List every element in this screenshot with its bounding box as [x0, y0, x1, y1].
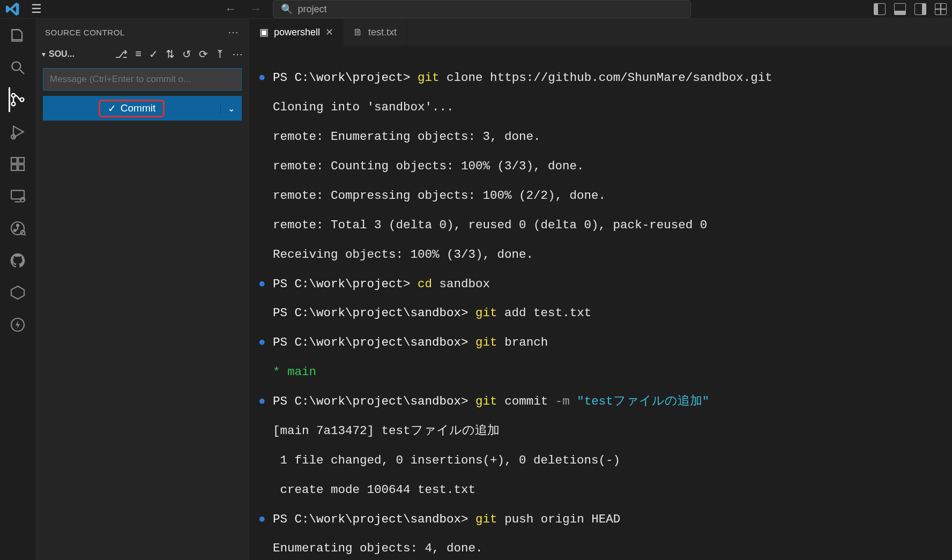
check-icon[interactable]: ✓: [149, 48, 158, 61]
text-file-icon: 🗎: [353, 27, 363, 38]
customize-layout-icon[interactable]: [935, 3, 947, 15]
terminal-file-icon: ▣: [259, 26, 269, 38]
repo-label[interactable]: SOU...: [49, 49, 75, 59]
more-icon[interactable]: ⋯: [232, 48, 243, 61]
chevron-down-icon[interactable]: ▾: [42, 50, 46, 58]
extensions-icon[interactable]: [9, 155, 27, 173]
list-tree-icon[interactable]: ≡: [135, 48, 142, 61]
toggle-panel-icon[interactable]: [894, 3, 906, 15]
stage-icon[interactable]: ⤒: [215, 48, 225, 61]
tab-label: powershell: [274, 27, 320, 38]
svg-point-0: [12, 62, 20, 70]
history-icon[interactable]: ↺: [182, 48, 191, 61]
svg-line-17: [24, 234, 26, 236]
check-icon: ✓: [108, 102, 116, 115]
svg-line-1: [20, 70, 24, 74]
toggle-secondary-sidebar-icon[interactable]: [914, 3, 926, 15]
explorer-icon[interactable]: [9, 26, 27, 44]
source-control-panel: SOURCE CONTROL ⋯ ▾ SOU... ⎇ ≡ ✓ ⇅ ↺ ⟳ ⤒ …: [35, 19, 250, 560]
panel-more-icon[interactable]: ⋯: [228, 26, 240, 39]
git-graph-icon[interactable]: [9, 219, 27, 237]
tab-test-txt[interactable]: 🗎 test.txt: [344, 19, 407, 46]
pull-request-icon[interactable]: ⇅: [166, 48, 175, 61]
svg-point-2: [12, 94, 16, 98]
nav-forward-icon[interactable]: →: [250, 2, 262, 16]
vscode-logo-icon: [5, 2, 20, 17]
app-menu-button[interactable]: ☰: [31, 2, 42, 16]
svg-rect-9: [11, 165, 17, 170]
search-icon: 🔍: [281, 3, 293, 15]
thunder-icon[interactable]: [9, 316, 27, 334]
hexagon-icon[interactable]: [9, 283, 27, 302]
title-bar: ☰ ← → 🔍 project: [0, 0, 952, 19]
tab-powershell[interactable]: ▣ powershell ✕: [250, 19, 344, 46]
svg-rect-8: [18, 158, 24, 163]
github-icon[interactable]: [9, 251, 27, 270]
svg-point-4: [20, 98, 24, 102]
panel-title: SOURCE CONTROL: [45, 28, 125, 37]
svg-point-12: [20, 198, 25, 202]
svg-rect-7: [11, 158, 17, 163]
svg-rect-10: [18, 165, 24, 170]
activity-bar: [0, 19, 35, 560]
commit-button-label: Commit: [121, 102, 155, 114]
run-debug-icon[interactable]: [9, 123, 27, 141]
terminal-output[interactable]: ● PS C:\work\project> git clone https://…: [250, 46, 952, 560]
tab-label: test.txt: [368, 27, 397, 38]
commit-message-input[interactable]: [43, 68, 242, 91]
commit-button[interactable]: ✓ Commit ⌄: [43, 96, 242, 121]
commit-dropdown-icon[interactable]: ⌄: [220, 103, 242, 114]
source-control-icon[interactable]: [9, 91, 27, 109]
refresh-icon[interactable]: ⟳: [199, 48, 208, 61]
svg-point-3: [12, 102, 16, 106]
svg-marker-18: [11, 286, 24, 299]
search-activity-icon[interactable]: [9, 58, 27, 77]
command-center-search[interactable]: 🔍 project: [273, 0, 691, 18]
toggle-primary-sidebar-icon[interactable]: [874, 3, 886, 15]
close-icon[interactable]: ✕: [325, 26, 333, 38]
editor-tabs: ▣ powershell ✕ 🗎 test.txt: [250, 19, 952, 46]
branch-icon[interactable]: ⎇: [115, 48, 128, 61]
nav-back-icon[interactable]: ←: [225, 2, 237, 16]
remote-explorer-icon[interactable]: [9, 187, 27, 205]
search-placeholder: project: [298, 4, 327, 15]
